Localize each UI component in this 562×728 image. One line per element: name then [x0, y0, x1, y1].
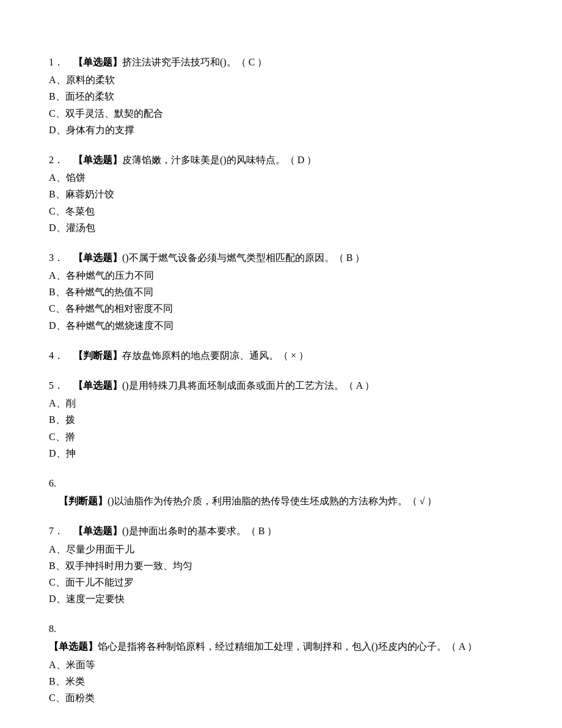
q2-number: 2． [49, 155, 73, 165]
question-4: 4． 【判断题】存放盘饰原料的地点要阴凉、通风。（ × ） [49, 347, 513, 364]
q7-line: 7． 【单选题】()是抻面出条时的基本要求。（ B ） [49, 523, 513, 539]
q6-content: 【判断题】()以油脂作为传热介质，利用油脂的热传导使生坯成熟的方法称为炸。（ √… [49, 493, 513, 509]
q1-option-2: C、双手灵活、默契的配合 [49, 105, 513, 122]
q7-option-2: C、面干儿不能过罗 [49, 574, 513, 590]
q4-tag: 【判断题】 [73, 350, 122, 361]
q3-option-2: C、各种燃气的相对密度不同 [49, 300, 513, 317]
q3-option-0: A、各种燃气的压力不同 [49, 267, 513, 284]
question-3: 3． 【单选题】()不属于燃气设备必须与燃气类型相匹配的原因。（ B ）A、各种… [49, 249, 513, 334]
q8-text-line: 【单选题】馅心是指将各种制馅原料，经过精细加工处理，调制拌和，包入()坯皮内的心… [49, 638, 513, 655]
question-2: 2． 【单选题】皮薄馅嫩，汁多味美是()的风味特点。（ D ）A、馅饼B、麻蓉奶… [49, 152, 513, 236]
q6-tag: 【判断题】 [59, 496, 108, 506]
q1-number: 1． [49, 57, 73, 67]
q3-question-line: 3． 【单选题】()不属于燃气设备必须与燃气类型相匹配的原因。（ B ） [49, 249, 513, 266]
q7-option-1: B、双手抻抖时用力要一致、均匀 [49, 557, 513, 574]
q5-number: 5． [49, 380, 73, 391]
q8-option-0: A、米面等 [49, 656, 513, 673]
q7-number: 7． [49, 526, 73, 536]
q8-tag: 【单选题】 [49, 641, 98, 652]
q4-question-line: 4． 【判断题】存放盘饰原料的地点要阴凉、通风。（ × ） [49, 347, 513, 364]
q3-number: 3． [49, 252, 73, 263]
question-8: 8. 【单选题】馅心是指将各种制馅原料，经过精细加工处理，调制拌和，包入()坯皮… [49, 620, 513, 706]
q3-option-1: B、各种燃气的热值不同 [49, 284, 513, 300]
q5-option-0: A、削 [49, 395, 513, 411]
q2-option-3: D、灌汤包 [49, 219, 513, 236]
question-5: 5． 【单选题】()是用特殊刀具将面坯制成面条或面片的工艺方法。（ A ）A、削… [49, 377, 513, 461]
q7-option-0: A、尽量少用面干儿 [49, 541, 513, 557]
question-1: 1． 【单选题】挤注法讲究手法技巧和()。（ C ）A、原料的柔软B、面坯的柔软… [49, 54, 513, 138]
q1-tag: 【单选题】 [73, 57, 122, 67]
q2-tag: 【单选题】 [73, 155, 122, 165]
q5-option-1: B、拨 [49, 411, 513, 428]
q6-number: 6. [49, 475, 513, 491]
q7-option-3: D、速度一定要快 [49, 590, 513, 607]
q3-option-3: D、各种燃气的燃烧速度不同 [49, 317, 513, 334]
q5-option-3: D、抻 [49, 445, 513, 461]
q7-tag: 【单选题】 [73, 526, 122, 536]
q5-option-2: C、擀 [49, 428, 513, 445]
q8-number-line: 8. [49, 620, 513, 637]
q3-tag: 【单选题】 [73, 252, 122, 263]
q2-option-0: A、馅饼 [49, 169, 513, 186]
question-7: 7． 【单选题】()是抻面出条时的基本要求。（ B ） A、尽量少用面干儿B、双… [49, 523, 513, 607]
question-6: 6. 【判断题】()以油脂作为传热介质，利用油脂的热传导使生坯成熟的方法称为炸。… [49, 475, 513, 509]
q2-option-2: C、冬菜包 [49, 203, 513, 219]
q2-question-line: 2． 【单选题】皮薄馅嫩，汁多味美是()的风味特点。（ D ） [49, 152, 513, 168]
q4-number: 4． [49, 350, 73, 361]
q5-tag: 【单选题】 [73, 380, 122, 391]
q1-option-1: B、面坯的柔软 [49, 88, 513, 105]
q1-option-0: A、原料的柔软 [49, 72, 513, 88]
q8-option-1: B、米类 [49, 673, 513, 689]
q1-question-line: 1． 【单选题】挤注法讲究手法技巧和()。（ C ） [49, 54, 513, 70]
q2-option-1: B、麻蓉奶汁饺 [49, 186, 513, 202]
q1-option-3: D、身体有力的支撑 [49, 122, 513, 138]
q8-option-2: C、面粉类 [49, 689, 513, 706]
q5-question-line: 5． 【单选题】()是用特殊刀具将面坯制成面条或面片的工艺方法。（ A ） [49, 377, 513, 394]
